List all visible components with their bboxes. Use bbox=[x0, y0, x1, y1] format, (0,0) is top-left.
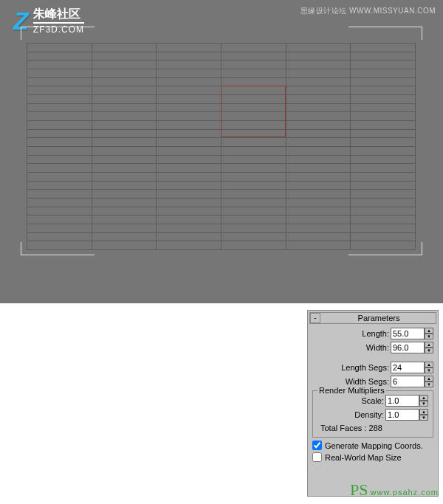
spinner-up-icon[interactable]: ▲ bbox=[425, 376, 433, 382]
selection-box[interactable] bbox=[221, 86, 286, 137]
spinner-down-icon[interactable]: ▼ bbox=[425, 382, 433, 387]
spinner-up-icon[interactable]: ▲ bbox=[419, 409, 428, 415]
length-spinner[interactable]: ▲ ▼ bbox=[391, 328, 433, 339]
density-label: Density: bbox=[354, 410, 384, 419]
spinner-down-icon[interactable]: ▼ bbox=[425, 334, 433, 339]
spinner-down-icon[interactable]: ▼ bbox=[419, 401, 428, 407]
watermark: PS www.psahz.com bbox=[350, 480, 439, 500]
scale-spinner[interactable]: ▲ ▼ bbox=[385, 395, 428, 407]
length-segs-spinner[interactable]: ▲ ▼ bbox=[391, 362, 433, 373]
watermark-url: www.psahz.com bbox=[371, 488, 439, 497]
real-world-row[interactable]: Real-World Map Size bbox=[312, 452, 433, 462]
width-segs-spinner[interactable]: ▲ ▼ bbox=[391, 376, 433, 387]
width-segs-label: Width Segs: bbox=[346, 377, 389, 386]
rollout-title: Parameters bbox=[322, 314, 436, 322]
width-label: Width: bbox=[366, 343, 389, 352]
scale-label: Scale: bbox=[361, 396, 384, 405]
width-spinner[interactable]: ▲ ▼ bbox=[391, 342, 433, 353]
generate-mapping-checkbox[interactable] bbox=[312, 441, 322, 450]
plane-geometry[interactable] bbox=[27, 43, 415, 249]
collapse-button[interactable]: - bbox=[310, 313, 320, 323]
spinner-down-icon[interactable]: ▼ bbox=[425, 348, 433, 353]
width-input[interactable] bbox=[391, 342, 425, 353]
density-spinner[interactable]: ▲ ▼ bbox=[385, 409, 428, 421]
parameters-panel: - Parameters Length: ▲ ▼ Width: ▲ ▼ Leng… bbox=[307, 310, 439, 497]
spinner-down-icon[interactable]: ▼ bbox=[419, 415, 428, 421]
render-multipliers-label: Render Multipliers bbox=[317, 386, 386, 395]
real-world-label: Real-World Map Size bbox=[325, 453, 402, 462]
spinner-up-icon[interactable]: ▲ bbox=[419, 395, 428, 401]
length-segs-input[interactable] bbox=[391, 362, 425, 373]
length-label: Length: bbox=[362, 329, 389, 338]
scale-input[interactable] bbox=[385, 395, 419, 407]
length-input[interactable] bbox=[391, 328, 425, 339]
width-segs-input[interactable] bbox=[391, 376, 425, 387]
rollout-header[interactable]: - Parameters bbox=[309, 312, 436, 324]
length-segs-label: Length Segs: bbox=[341, 363, 389, 372]
spinner-up-icon[interactable]: ▲ bbox=[425, 342, 433, 348]
forum-watermark: 思缘设计论坛 WWW.MISSYUAN.COM bbox=[301, 6, 436, 16]
render-multipliers-group: Render Multipliers Scale: ▲ ▼ Density: ▲… bbox=[312, 390, 433, 438]
total-faces-label: Total Faces : 288 bbox=[315, 422, 431, 435]
generate-mapping-label: Generate Mapping Coords. bbox=[325, 441, 423, 450]
viewport[interactable]: 思缘设计论坛 WWW.MISSYUAN.COM Z 朱峰社区 ZF3D.COM bbox=[0, 0, 443, 303]
spinner-down-icon[interactable]: ▼ bbox=[425, 367, 433, 373]
density-input[interactable] bbox=[385, 409, 419, 421]
real-world-checkbox[interactable] bbox=[312, 452, 322, 462]
spinner-up-icon[interactable]: ▲ bbox=[425, 328, 433, 334]
logo-cn-text: 朱峰社区 bbox=[33, 7, 84, 21]
ps-logo-icon: PS bbox=[350, 480, 368, 499]
spinner-up-icon[interactable]: ▲ bbox=[425, 362, 433, 367]
generate-mapping-row[interactable]: Generate Mapping Coords. bbox=[312, 441, 433, 450]
